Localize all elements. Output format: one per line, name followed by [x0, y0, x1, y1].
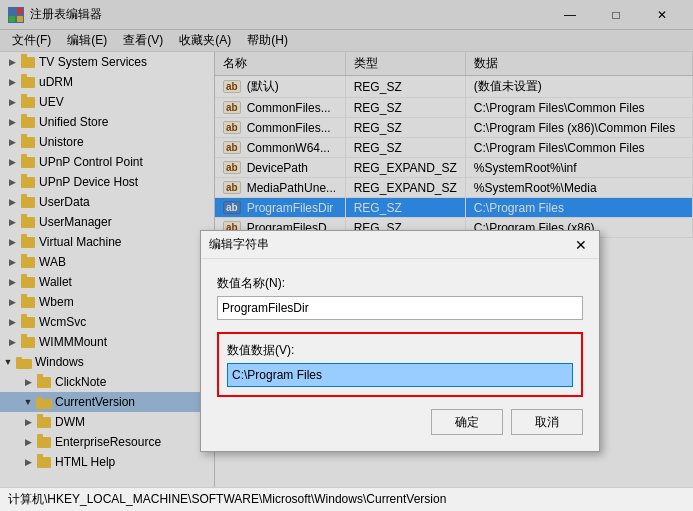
dialog-buttons: 确定 取消	[217, 409, 583, 435]
dialog-data-label: 数值数据(V):	[227, 342, 573, 359]
dialog-title: 编辑字符串	[209, 236, 269, 253]
dialog-name-label: 数值名称(N):	[217, 275, 583, 292]
status-text: 计算机\HKEY_LOCAL_MACHINE\SOFTWARE\Microsof…	[8, 491, 446, 508]
dialog-title-bar: 编辑字符串 ✕	[201, 231, 599, 259]
edit-string-dialog: 编辑字符串 ✕ 数值名称(N): 数值数据(V): 确定 取消	[200, 230, 600, 452]
dialog-ok-button[interactable]: 确定	[431, 409, 503, 435]
dialog-body: 数值名称(N): 数值数据(V): 确定 取消	[201, 259, 599, 451]
dialog-cancel-button[interactable]: 取消	[511, 409, 583, 435]
dialog-close-button[interactable]: ✕	[571, 235, 591, 255]
dialog-name-input[interactable]	[217, 296, 583, 320]
dialog-value-section: 数值数据(V):	[217, 332, 583, 397]
dialog-data-input[interactable]	[227, 363, 573, 387]
status-bar: 计算机\HKEY_LOCAL_MACHINE\SOFTWARE\Microsof…	[0, 487, 693, 511]
